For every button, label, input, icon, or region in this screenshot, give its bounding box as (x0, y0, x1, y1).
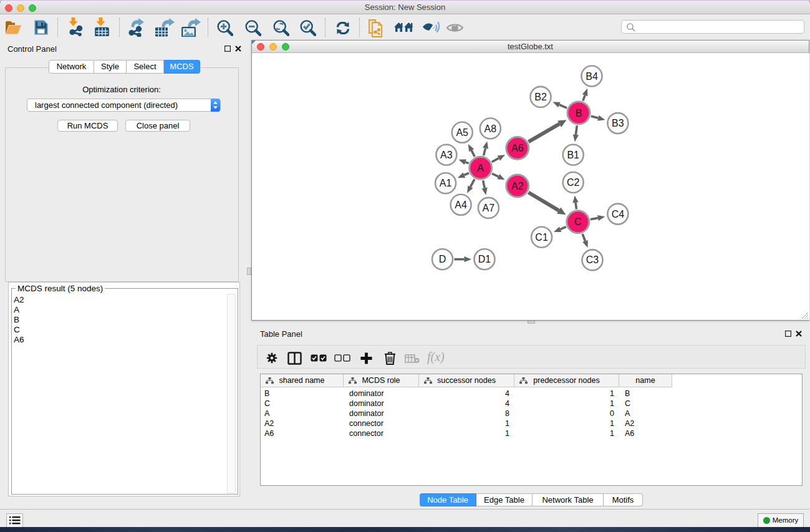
svg-text:A: A (477, 163, 484, 173)
svg-text:A3: A3 (440, 150, 453, 160)
svg-text:A5: A5 (456, 127, 468, 138)
svg-text:B: B (576, 108, 582, 118)
svg-text:C1: C1 (535, 232, 548, 243)
svg-text:A4: A4 (455, 200, 467, 210)
svg-text:A2: A2 (511, 181, 524, 191)
svg-text:B4: B4 (586, 71, 598, 82)
svg-text:A6: A6 (511, 143, 524, 153)
svg-text:D: D (439, 254, 446, 264)
svg-text:B3: B3 (612, 118, 624, 128)
svg-text:A8: A8 (485, 123, 497, 134)
svg-text:C2: C2 (567, 177, 580, 188)
svg-text:A1: A1 (440, 178, 452, 188)
svg-text:C3: C3 (586, 254, 599, 265)
svg-text:A7: A7 (483, 203, 495, 213)
svg-text:B1: B1 (567, 150, 579, 160)
svg-text:D1: D1 (478, 254, 491, 264)
svg-text:C4: C4 (612, 209, 625, 220)
svg-text:B2: B2 (534, 92, 547, 102)
svg-text:C: C (574, 216, 582, 227)
